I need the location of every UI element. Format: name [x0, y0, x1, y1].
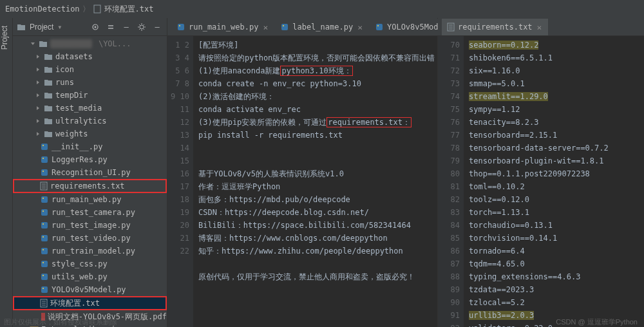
panel-title: Project — [30, 23, 53, 32]
svg-rect-25 — [41, 286, 48, 293]
svg-point-20 — [43, 249, 44, 250]
folder-icon[interactable]: icon — [13, 63, 167, 76]
tool-window-stripe[interactable]: Project — [0, 18, 13, 327]
editor-tabs-left: run_main_web.py×label_name.py×YOLOv8v5Mo… — [167, 18, 437, 36]
close-icon[interactable]: × — [537, 23, 542, 32]
svg-point-26 — [43, 288, 44, 289]
svg-point-9 — [43, 171, 44, 172]
file-run_test_camera.py[interactable]: run_test_camera.py — [13, 206, 167, 219]
svg-rect-4 — [41, 144, 48, 150]
collapse-all-icon[interactable]: — — [120, 21, 132, 33]
tab-run_main_web.py[interactable]: run_main_web.py× — [171, 19, 274, 35]
breadcrumb-project[interactable]: EmotionDetection — [5, 5, 80, 14]
breadcrumb-file[interactable]: 环境配置.txt — [104, 4, 154, 15]
svg-rect-17 — [41, 235, 48, 241]
svg-point-24 — [43, 275, 44, 276]
svg-point-5 — [43, 145, 44, 146]
tab-requirements.txt[interactable]: requirements.txt× — [442, 19, 548, 35]
svg-point-34 — [283, 25, 284, 26]
code-content[interactable]: seaborn==0.12.2 shiboken6==6.5.1.1 six==… — [464, 36, 644, 327]
file-Recognition_UI.py[interactable]: Recognition_UI.py — [13, 166, 167, 179]
svg-rect-8 — [41, 169, 48, 176]
breadcrumb: EmotionDetection 〉 环境配置.txt — [0, 0, 644, 18]
svg-rect-11 — [41, 196, 48, 203]
svg-rect-33 — [281, 24, 288, 30]
folder-icon — [17, 23, 26, 31]
svg-point-7 — [43, 158, 44, 159]
svg-point-32 — [179, 25, 180, 26]
file-__init__.py[interactable]: __init__.py — [13, 140, 167, 153]
file-style_css.py[interactable]: style_css.py — [13, 257, 167, 270]
file-YOLOv8v5Model.py[interactable]: YOLOv8v5Model.py — [13, 283, 167, 296]
file-icon — [93, 5, 102, 14]
close-icon[interactable]: × — [263, 23, 268, 32]
svg-point-2 — [95, 26, 97, 28]
svg-rect-23 — [41, 274, 48, 280]
svg-point-12 — [43, 198, 44, 199]
folder-test_media[interactable]: test_media — [13, 102, 167, 115]
close-icon[interactable]: × — [357, 23, 363, 32]
project-root[interactable]: xxxx\YOL... — [13, 37, 167, 50]
editor-right: requirements.txt× 70 71 72 73 74 75 76 7… — [438, 18, 644, 327]
svg-rect-13 — [41, 209, 48, 216]
folder-runs[interactable]: runs — [13, 76, 167, 89]
chevron-right-icon: 〉 — [82, 4, 90, 15]
project-tab-label[interactable]: Project — [0, 26, 9, 50]
expand-all-icon[interactable] — [105, 21, 117, 33]
file-环境配置.txt[interactable]: 环境配置.txt — [13, 296, 167, 310]
editor-tabs-right: requirements.txt× — [438, 18, 644, 36]
chevron-down-icon[interactable]: ▾ — [57, 23, 62, 32]
svg-point-16 — [43, 223, 44, 225]
svg-rect-0 — [94, 5, 100, 13]
svg-rect-6 — [41, 156, 48, 163]
watermark-text: 图片仅供展示，如有侵权请联系删除 — [4, 317, 117, 327]
hide-icon[interactable]: — — [151, 21, 163, 33]
project-tree: xxxx\YOL...datasetsiconrunstempDirtest_m… — [13, 36, 167, 327]
code-content[interactable]: [配置环境] 请按照给定的python版本配置环境，否则可能会因依赖不兼容而出错… — [193, 36, 437, 327]
svg-rect-19 — [41, 248, 48, 254]
folder-tempDir[interactable]: tempDir — [13, 89, 167, 102]
file-run_test_video.py[interactable]: run_test_video.py — [13, 232, 167, 245]
line-numbers: 1 2 3 4 5 6 7 8 9 10 11 12 13 14 15 16 1… — [167, 36, 193, 327]
project-panel: Project ▾ — — xxxx\YOL...datasetsiconrun… — [13, 18, 167, 327]
svg-point-14 — [43, 210, 44, 212]
svg-point-3 — [140, 25, 144, 29]
line-numbers: 70 71 72 73 74 75 76 77 78 79 80 81 82 8… — [438, 36, 464, 327]
svg-rect-15 — [41, 222, 48, 229]
folder-datasets[interactable]: datasets — [13, 50, 167, 63]
select-opened-file-icon[interactable] — [90, 21, 101, 33]
file-requirements.txt[interactable]: requirements.txt — [13, 179, 167, 193]
tab-label_name.py[interactable]: label_name.py× — [275, 19, 369, 35]
gear-icon[interactable] — [136, 21, 147, 33]
svg-rect-35 — [376, 24, 383, 30]
svg-rect-21 — [41, 261, 48, 267]
svg-point-36 — [377, 25, 379, 26]
file-run_train_model.py[interactable]: run_train_model.py — [13, 245, 167, 257]
folder-weights[interactable]: weights — [13, 127, 167, 140]
file-run_test_image.py[interactable]: run_test_image.py — [13, 219, 167, 232]
file-LoggerRes.py[interactable]: LoggerRes.py — [13, 153, 167, 166]
csdn-attribution: CSDN @ 逗逗班学Python — [556, 317, 638, 327]
svg-point-22 — [43, 262, 44, 263]
editor-left: run_main_web.py×label_name.py×YOLOv8v5Mo… — [167, 18, 438, 327]
file-utils_web.py[interactable]: utils_web.py — [13, 270, 167, 283]
svg-rect-31 — [178, 24, 184, 30]
svg-point-18 — [43, 236, 44, 238]
folder-ultralytics[interactable]: ultralytics — [13, 115, 167, 127]
file-run_main_web.py[interactable]: run_main_web.py — [13, 193, 167, 206]
